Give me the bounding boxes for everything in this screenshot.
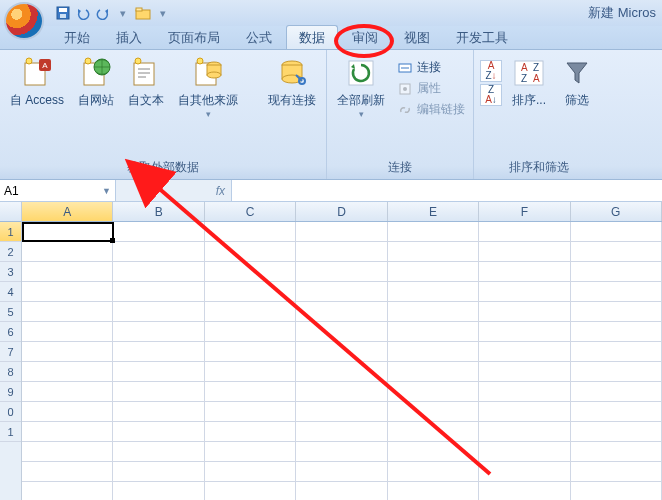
- cell[interactable]: [296, 482, 387, 500]
- cell[interactable]: [113, 442, 204, 462]
- col-header-g[interactable]: G: [571, 202, 662, 221]
- cell[interactable]: [22, 422, 113, 442]
- properties-button[interactable]: 属性: [395, 79, 467, 98]
- cell[interactable]: [479, 302, 570, 322]
- edit-links-button[interactable]: 编辑链接: [395, 100, 467, 119]
- cell[interactable]: [205, 322, 296, 342]
- cell[interactable]: [388, 342, 479, 362]
- save-icon[interactable]: [54, 4, 72, 22]
- cell[interactable]: [296, 422, 387, 442]
- cell[interactable]: [479, 362, 570, 382]
- col-header-a[interactable]: A: [22, 202, 113, 221]
- cell[interactable]: [205, 402, 296, 422]
- row-header-9[interactable]: 9: [0, 382, 21, 402]
- cell[interactable]: [205, 222, 296, 242]
- cell[interactable]: [296, 282, 387, 302]
- undo-icon[interactable]: [74, 4, 92, 22]
- tab-view[interactable]: 视图: [392, 26, 442, 49]
- cell[interactable]: [571, 382, 662, 402]
- cell[interactable]: [388, 482, 479, 500]
- cell[interactable]: [22, 362, 113, 382]
- cell[interactable]: [113, 402, 204, 422]
- cell[interactable]: [571, 362, 662, 382]
- row-header-7[interactable]: 7: [0, 342, 21, 362]
- col-header-d[interactable]: D: [296, 202, 387, 221]
- row-header-3[interactable]: 3: [0, 262, 21, 282]
- cell[interactable]: [296, 462, 387, 482]
- cell[interactable]: [22, 302, 113, 322]
- refresh-all-button[interactable]: 全部刷新 ▾: [333, 54, 389, 121]
- cell[interactable]: [479, 322, 570, 342]
- row-header-4[interactable]: 4: [0, 282, 21, 302]
- cell[interactable]: [571, 282, 662, 302]
- cell[interactable]: [113, 462, 204, 482]
- col-header-f[interactable]: F: [479, 202, 570, 221]
- cell[interactable]: [388, 362, 479, 382]
- cell[interactable]: [571, 402, 662, 422]
- name-box[interactable]: A1 ▼: [0, 180, 116, 201]
- cell[interactable]: [479, 462, 570, 482]
- existing-connections-button[interactable]: 现有连接: [264, 54, 320, 111]
- cell[interactable]: [22, 482, 113, 500]
- filter-button[interactable]: 筛选: [556, 54, 598, 111]
- cell[interactable]: [388, 462, 479, 482]
- cell[interactable]: [388, 282, 479, 302]
- cell[interactable]: [205, 302, 296, 322]
- row-header-6[interactable]: 6: [0, 322, 21, 342]
- cell[interactable]: [205, 362, 296, 382]
- qat-more-icon[interactable]: ▾: [154, 4, 172, 22]
- col-header-e[interactable]: E: [388, 202, 479, 221]
- cell[interactable]: [22, 382, 113, 402]
- cell[interactable]: [571, 302, 662, 322]
- cell[interactable]: [113, 322, 204, 342]
- cell[interactable]: [388, 382, 479, 402]
- cell[interactable]: [296, 262, 387, 282]
- cell[interactable]: [388, 302, 479, 322]
- cell[interactable]: [388, 402, 479, 422]
- fx-button[interactable]: fx: [116, 180, 232, 201]
- from-web-button[interactable]: 自网站: [74, 54, 118, 111]
- cell[interactable]: [571, 222, 662, 242]
- cell[interactable]: [113, 222, 204, 242]
- row-header-8[interactable]: 8: [0, 362, 21, 382]
- from-access-button[interactable]: A 自 Access: [6, 54, 68, 111]
- cell[interactable]: [571, 422, 662, 442]
- row-header-1[interactable]: 1: [0, 222, 21, 242]
- cell[interactable]: [296, 362, 387, 382]
- cell[interactable]: [22, 282, 113, 302]
- cell[interactable]: [205, 442, 296, 462]
- cell[interactable]: [479, 482, 570, 500]
- cell[interactable]: [113, 262, 204, 282]
- col-header-b[interactable]: B: [113, 202, 204, 221]
- cell[interactable]: [113, 482, 204, 500]
- cell[interactable]: [571, 262, 662, 282]
- office-button[interactable]: [4, 2, 44, 40]
- cell[interactable]: [296, 342, 387, 362]
- row-header-5[interactable]: 5: [0, 302, 21, 322]
- cell[interactable]: [571, 322, 662, 342]
- sort-desc-icon[interactable]: ZA↓: [480, 84, 502, 106]
- row-header-10[interactable]: 0: [0, 402, 21, 422]
- cell[interactable]: [479, 222, 570, 242]
- cell[interactable]: [205, 262, 296, 282]
- from-text-button[interactable]: 自文本: [124, 54, 168, 111]
- cell[interactable]: [479, 442, 570, 462]
- cell[interactable]: [113, 422, 204, 442]
- cell[interactable]: [113, 242, 204, 262]
- cell[interactable]: [388, 222, 479, 242]
- cell[interactable]: [479, 382, 570, 402]
- cell[interactable]: [22, 242, 113, 262]
- sort-asc-icon[interactable]: AZ↓: [480, 60, 502, 82]
- formula-input[interactable]: [232, 180, 662, 201]
- tab-formulas[interactable]: 公式: [234, 26, 284, 49]
- cell[interactable]: [22, 462, 113, 482]
- cell[interactable]: [296, 322, 387, 342]
- cell[interactable]: [479, 402, 570, 422]
- tab-devtools[interactable]: 开发工具: [444, 26, 520, 49]
- cell[interactable]: [388, 242, 479, 262]
- cell[interactable]: [205, 482, 296, 500]
- cell[interactable]: [113, 342, 204, 362]
- cell[interactable]: [479, 242, 570, 262]
- cell[interactable]: [388, 262, 479, 282]
- cell[interactable]: [205, 242, 296, 262]
